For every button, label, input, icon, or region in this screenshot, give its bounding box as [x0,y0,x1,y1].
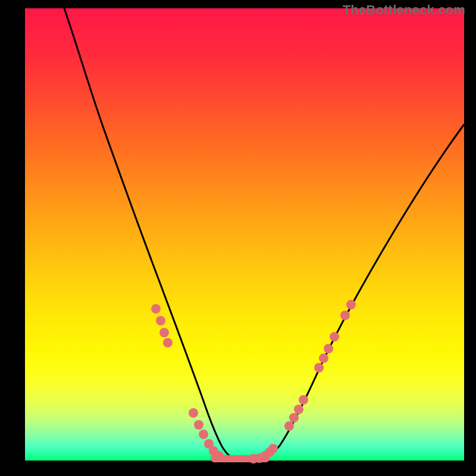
watermark-text: TheBottleneck.com [343,2,465,18]
marker-dot [163,338,173,347]
marker-dot [156,316,165,325]
bottleneck-curve [64,8,464,459]
marker-dot [314,363,324,372]
chart-svg [25,8,464,461]
marker-dot [299,395,308,405]
marker-dot [346,300,356,309]
marker-dot [284,421,294,431]
marker-dot [159,328,169,337]
marker-dot [324,344,333,353]
marker-dot [214,451,224,461]
marker-dot [199,430,208,439]
marker-dot [194,420,203,430]
marker-dot [189,408,198,418]
marker-dot [340,311,350,320]
marker-dot [294,405,303,414]
chart-stage: TheBottleneck.com [0,0,476,476]
marker-group [151,300,356,464]
marker-dot [268,444,278,453]
marker-dot [289,413,299,422]
plot-area [25,8,464,461]
marker-dot [330,332,339,342]
marker-dot [151,304,161,314]
marker-dot [319,353,328,363]
